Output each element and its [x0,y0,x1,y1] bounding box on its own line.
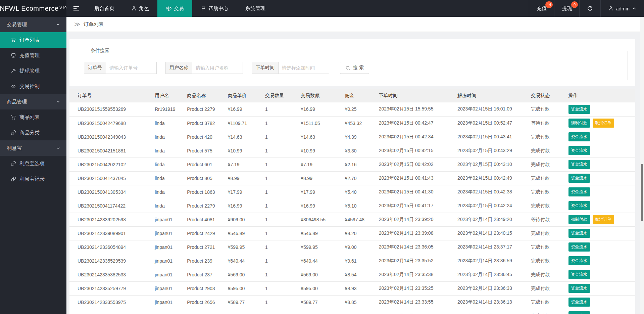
sidebar-item-interest-records[interactable]: 利息宝记录 [0,171,66,187]
column-header-7: 下单时间 [376,89,455,102]
recharge-button[interactable]: 充值 14 [529,0,554,17]
order-time-field-group: 下单时间 [252,62,329,74]
user-cell: jinpan01 [152,240,184,254]
column-header-1: 用户名 [152,89,184,102]
fund-flow-button[interactable]: 资金流水 [568,298,590,307]
commission-cell: ¥0.25 [342,102,376,116]
sidebar-item-withdraw-management[interactable]: 提现管理 [0,63,66,79]
cancel-order-button[interactable]: 取消订单 [593,215,614,224]
table-row: UB2302150041437045lindaProduct 805¥8.991… [69,171,635,185]
status-cell: 完成付款 [528,268,565,281]
fund-flow-button[interactable]: 资金流水 [568,201,590,210]
fund-flow-button[interactable]: 资金流水 [568,132,590,141]
search-panel: 条件搜索 订单号 用户名称 下单时间 [69,39,635,86]
price-cell: ¥16.99 [225,102,262,116]
fund-flow-button[interactable]: 资金流水 [568,187,590,196]
fund-flow-button[interactable]: 资金流水 [568,270,590,279]
page-scrollbar[interactable] [640,17,644,314]
order-no-cell: UB2302150041437045 [69,171,152,185]
sidebar-group-interest-treasure[interactable]: 利息宝 [0,140,66,156]
sidebar-item-product-category[interactable]: 商品分类 [0,125,66,140]
column-header-4: 交易数量 [262,89,298,102]
amount-cell: ¥10.99 [298,144,342,158]
fund-flow-button[interactable]: 资金流水 [568,284,590,293]
status-cell: 完成付款 [528,281,565,295]
force-pay-button[interactable]: 强制付款 [568,215,590,224]
chevron-down-icon [56,99,60,104]
qty-cell: 1 [262,130,298,144]
app-logo-version: V10 [60,6,67,10]
product-cell: Product 805 [184,171,225,185]
order-time-cell: 2023年02月14日 23:35:38 [376,268,455,281]
refresh-button[interactable] [579,0,600,17]
order-no-cell: UB2302150042349043 [69,130,152,144]
withdraw-button[interactable]: 提现 0 [554,0,579,17]
fund-flow-button[interactable]: 资金流水 [568,105,590,114]
sidebar-group-trade-management[interactable]: 交易管理 [0,17,66,32]
amount-cell: ¥7.19 [298,158,342,171]
user-cell: jinpan01 [152,254,184,268]
unfreeze-time-cell: 2023年02月15日 00:43:10 [455,158,528,171]
sidebar-item-interest-options[interactable]: 利息宝选项 [0,156,66,171]
column-header-3: 商品单价 [225,89,262,102]
table-header-row: 订单号用户名商品名称商品单价交易数量交易数额佣金下单时间解冻时间交易状态操作 [69,89,635,102]
sidebar-group-product-management[interactable]: 商品管理 [0,94,66,109]
nav-item-trade[interactable]: 交易 [157,0,192,17]
sidebar-item-recharge-management[interactable]: 充值管理 [0,48,66,63]
table-row: UB2302142339202598jinpan01Product 4081¥9… [69,213,635,226]
page-scrollbar-thumb[interactable] [641,164,643,221]
product-cell: Product 2279 [184,199,225,213]
nav-item-home[interactable]: 后台首页 [86,0,123,17]
qty-cell: 1 [262,240,298,254]
status-cell: 等待付款 [528,116,565,130]
order-no-cell: UB2302150042151881 [69,144,152,158]
qty-cell: 1 [262,281,298,295]
column-header-0: 订单号 [69,89,152,102]
order-no-input[interactable] [106,62,157,74]
nav-item-help-center[interactable]: 帮助中心 [192,0,237,17]
link-icon [11,176,16,182]
product-cell: Product 4081 [184,213,225,226]
product-cell: Product 2279 [184,102,225,116]
nav-item-roles[interactable]: 角色 [123,0,157,17]
status-cell: 完成付款 [528,144,565,158]
cancel-order-button[interactable]: 取消订单 [593,119,614,128]
fund-flow-button[interactable]: 资金流水 [568,256,590,265]
sidebar-item-order-list[interactable]: 订单列表 [0,32,66,48]
fund-flow-button[interactable]: 资金流水 [568,174,590,183]
nav-item-system[interactable]: 系统管理 [237,0,274,17]
order-no-cell: UB2302142335529539 [69,254,152,268]
fund-flow-button[interactable]: 资金流水 [568,242,590,252]
qty-cell: 1 [262,102,298,116]
force-pay-button[interactable]: 强制付款 [568,119,590,128]
actions-cell: 资金流水 [566,171,635,185]
actions-cell: 资金流水 [566,130,635,144]
fund-flow-button[interactable]: 资金流水 [568,146,590,155]
admin-user-menu[interactable]: admin [600,0,644,17]
unfreeze-time-cell: 2023年02月14日 23:36:13 [455,295,528,309]
sidebar-item-product-list[interactable]: 商品列表 [0,109,66,125]
commission-cell: ¥9.00 [342,240,376,254]
username-input[interactable] [192,62,243,74]
fund-flow-button[interactable]: 资金流水 [568,160,590,169]
price-cell: ¥599.95 [225,240,262,254]
actions-cell: 资金流水 [566,295,635,309]
fund-flow-button[interactable]: 资金流水 [568,311,590,314]
amount-cell: ¥14.63 [298,130,342,144]
order-time-input[interactable] [278,62,329,74]
user-cell: jinpan01 [152,268,184,281]
sidebar-collapse-button[interactable] [66,0,86,17]
admin-username: admin [616,6,630,11]
actions-cell: 资金流水 [566,281,635,295]
order-no-cell: UB2302142336054894 [69,240,152,254]
column-header-2: 商品名称 [184,89,225,102]
search-button[interactable]: 搜 索 [340,62,369,74]
navbar-right: 充值 14 提现 0 admin [529,0,644,17]
commission-cell: ¥2.70 [342,171,376,185]
actions-cell: 资金流水 [566,158,635,171]
sidebar-item-trade-control[interactable]: 交易控制 [0,79,66,94]
fund-flow-button[interactable]: 资金流水 [568,229,590,238]
commission-cell: ¥8.85 [342,295,376,309]
product-cell: Product 2721 [184,240,225,254]
actions-cell: 强制付款取消订单 [566,213,635,226]
